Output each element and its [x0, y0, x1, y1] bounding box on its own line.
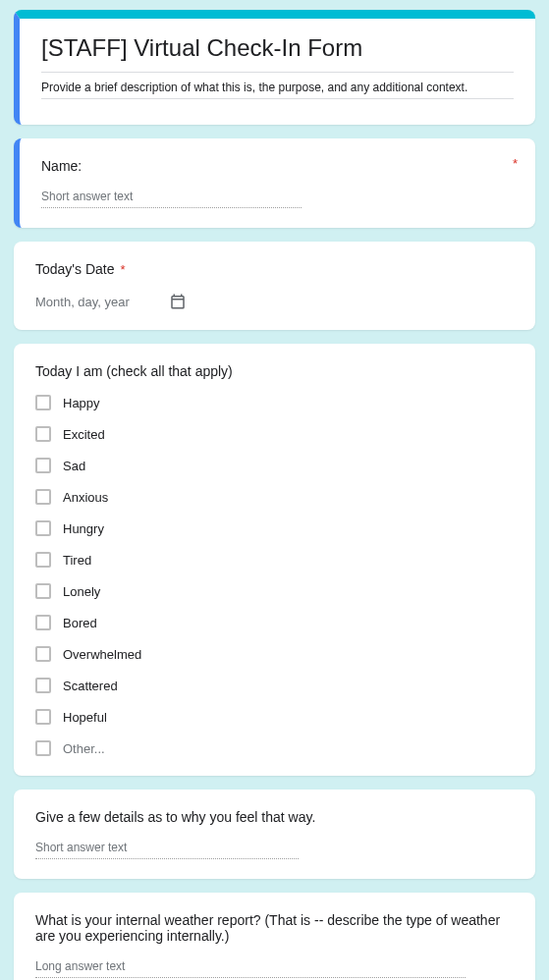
divider [41, 72, 514, 73]
checkbox-item[interactable]: Hungry [35, 520, 514, 536]
checkbox-label: Scattered [63, 679, 118, 693]
checkbox-item[interactable]: Overwhelmed [35, 646, 514, 662]
checkbox-box[interactable] [35, 520, 51, 536]
checkbox-item-other[interactable]: Other... [35, 740, 514, 756]
checkbox-label: Bored [63, 616, 97, 630]
checkbox-list: Happy Excited Sad Anxious Hungry Tired L… [35, 395, 514, 756]
checkbox-item[interactable]: Anxious [35, 489, 514, 505]
checkbox-box[interactable] [35, 426, 51, 442]
short-answer-input[interactable]: Short answer text [41, 190, 302, 208]
question-label-date: Today's Date * [35, 261, 514, 277]
checkbox-label: Sad [63, 459, 85, 473]
checkbox-label: Lonely [63, 584, 100, 599]
form-description[interactable]: Provide a brief description of what this… [41, 79, 514, 96]
checkbox-box[interactable] [35, 583, 51, 599]
question-label-name: Name: [41, 158, 514, 174]
checkbox-item[interactable]: Happy [35, 395, 514, 410]
checkbox-item[interactable]: Excited [35, 426, 514, 442]
question-label-weather: What is your internal weather report? (T… [35, 912, 514, 944]
checkbox-label: Happy [63, 396, 100, 410]
question-label-text: Today's Date [35, 261, 115, 277]
question-card-today-i-am[interactable]: Today I am (check all that apply) Happy … [14, 344, 535, 776]
divider [41, 98, 514, 99]
date-row: Month, day, year [35, 293, 514, 310]
checkbox-item[interactable]: Scattered [35, 678, 514, 693]
required-star: * [513, 156, 518, 171]
checkbox-item[interactable]: Lonely [35, 583, 514, 599]
required-star: * [120, 262, 125, 277]
checkbox-label-other: Other... [63, 741, 105, 756]
checkbox-label: Excited [63, 427, 105, 442]
checkbox-item[interactable]: Sad [35, 458, 514, 473]
checkbox-box[interactable] [35, 395, 51, 410]
checkbox-box[interactable] [35, 489, 51, 505]
checkbox-box[interactable] [35, 709, 51, 725]
checkbox-box[interactable] [35, 615, 51, 630]
form-title[interactable]: [STAFF] Virtual Check-In Form [41, 34, 514, 62]
checkbox-box[interactable] [35, 458, 51, 473]
checkbox-item[interactable]: Hopeful [35, 709, 514, 725]
question-label-today-i-am: Today I am (check all that apply) [35, 363, 514, 379]
checkbox-label: Anxious [63, 490, 108, 505]
short-answer-input[interactable]: Short answer text [35, 841, 299, 859]
checkbox-box[interactable] [35, 678, 51, 693]
checkbox-box[interactable] [35, 552, 51, 568]
question-card-weather[interactable]: What is your internal weather report? (T… [14, 893, 535, 980]
long-answer-input[interactable]: Long answer text [35, 959, 466, 978]
form-header-card: [STAFF] Virtual Check-In Form Provide a … [14, 10, 535, 125]
checkbox-item[interactable]: Bored [35, 615, 514, 630]
checkbox-label: Hungry [63, 521, 104, 536]
date-placeholder[interactable]: Month, day, year [35, 295, 130, 309]
checkbox-label: Tired [63, 553, 91, 568]
question-card-name[interactable]: Name: * Short answer text [14, 138, 535, 228]
question-label-details: Give a few details as to why you feel th… [35, 809, 514, 825]
question-card-details[interactable]: Give a few details as to why you feel th… [14, 789, 535, 879]
checkbox-box[interactable] [35, 646, 51, 662]
question-card-date[interactable]: Today's Date * Month, day, year [14, 242, 535, 330]
calendar-icon[interactable] [169, 293, 187, 310]
checkbox-label: Hopeful [63, 710, 107, 725]
checkbox-label: Overwhelmed [63, 647, 141, 662]
checkbox-item[interactable]: Tired [35, 552, 514, 568]
checkbox-box[interactable] [35, 740, 51, 756]
